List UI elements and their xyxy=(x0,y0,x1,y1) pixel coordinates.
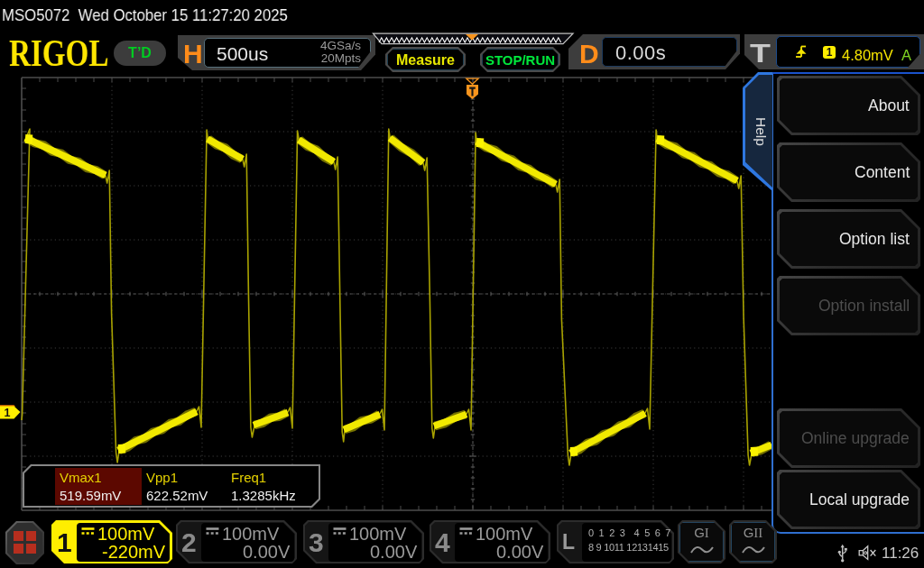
svg-text:1: 1 xyxy=(5,407,11,419)
